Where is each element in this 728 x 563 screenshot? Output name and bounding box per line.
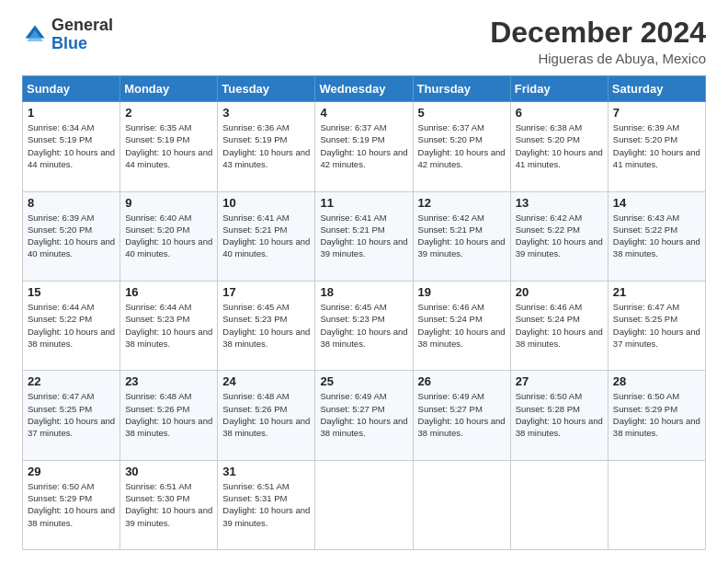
day-number: 14 <box>613 196 700 210</box>
calendar-cell <box>315 460 413 549</box>
calendar-cell: 28 Sunrise: 6:50 AMSunset: 5:29 PMDaylig… <box>608 371 705 460</box>
day-number: 15 <box>28 285 115 299</box>
calendar-cell: 7 Sunrise: 6:39 AMSunset: 5:20 PMDayligh… <box>608 102 705 191</box>
day-info: Sunrise: 6:45 AMSunset: 5:23 PMDaylight:… <box>320 301 407 350</box>
day-info: Sunrise: 6:51 AMSunset: 5:31 PMDaylight:… <box>222 480 310 529</box>
logo: General Blue <box>22 17 113 53</box>
day-number: 31 <box>222 465 310 478</box>
day-info: Sunrise: 6:38 AMSunset: 5:20 PMDaylight:… <box>516 121 603 170</box>
calendar-cell: 3 Sunrise: 6:36 AMSunset: 5:19 PMDayligh… <box>218 102 315 191</box>
day-number: 30 <box>125 465 212 478</box>
calendar-week-5: 29 Sunrise: 6:50 AMSunset: 5:29 PMDaylig… <box>23 460 706 549</box>
calendar-week-2: 8 Sunrise: 6:39 AMSunset: 5:20 PMDayligh… <box>23 191 706 281</box>
calendar-cell: 18 Sunrise: 6:45 AMSunset: 5:23 PMDaylig… <box>315 281 413 370</box>
calendar-table: SundayMondayTuesdayWednesdayThursdayFrid… <box>22 75 706 550</box>
day-number: 1 <box>28 106 115 120</box>
day-number: 9 <box>125 196 212 210</box>
calendar-dow-wednesday: Wednesday <box>315 76 413 102</box>
location-subtitle: Higueras de Abuya, Mexico <box>490 51 706 66</box>
calendar-dow-sunday: Sunday <box>23 76 120 102</box>
day-info: Sunrise: 6:42 AMSunset: 5:22 PMDaylight:… <box>516 212 603 260</box>
day-info: Sunrise: 6:44 AMSunset: 5:23 PMDaylight:… <box>125 301 212 350</box>
day-number: 17 <box>222 285 310 299</box>
day-info: Sunrise: 6:39 AMSunset: 5:20 PMDaylight:… <box>613 121 700 170</box>
calendar-cell: 12 Sunrise: 6:42 AMSunset: 5:21 PMDaylig… <box>413 191 510 281</box>
day-number: 2 <box>125 106 212 120</box>
calendar-dow-saturday: Saturday <box>608 76 705 102</box>
calendar-dow-monday: Monday <box>120 76 218 102</box>
day-info: Sunrise: 6:47 AMSunset: 5:25 PMDaylight:… <box>613 301 700 350</box>
day-info: Sunrise: 6:48 AMSunset: 5:26 PMDaylight:… <box>125 390 212 439</box>
calendar-cell: 8 Sunrise: 6:39 AMSunset: 5:20 PMDayligh… <box>23 191 120 281</box>
calendar-cell: 22 Sunrise: 6:47 AMSunset: 5:25 PMDaylig… <box>23 371 120 460</box>
day-number: 23 <box>125 374 212 388</box>
day-number: 5 <box>418 106 506 120</box>
day-info: Sunrise: 6:50 AMSunset: 5:29 PMDaylight:… <box>613 390 700 439</box>
day-number: 7 <box>613 106 700 120</box>
calendar-cell: 6 Sunrise: 6:38 AMSunset: 5:20 PMDayligh… <box>510 102 608 191</box>
logo-text: General Blue <box>51 17 113 53</box>
day-number: 22 <box>28 374 115 388</box>
day-number: 3 <box>222 106 310 120</box>
day-info: Sunrise: 6:47 AMSunset: 5:25 PMDaylight:… <box>28 390 115 439</box>
day-number: 10 <box>222 196 310 210</box>
calendar-header-row: SundayMondayTuesdayWednesdayThursdayFrid… <box>23 76 706 102</box>
day-number: 28 <box>613 374 700 388</box>
day-number: 8 <box>28 196 115 210</box>
calendar-cell <box>510 460 608 549</box>
day-number: 13 <box>516 196 603 210</box>
day-number: 25 <box>320 374 407 388</box>
title-block: December 2024 Higueras de Abuya, Mexico <box>490 17 706 66</box>
calendar-cell: 4 Sunrise: 6:37 AMSunset: 5:19 PMDayligh… <box>315 102 413 191</box>
logo-icon <box>22 22 48 48</box>
day-info: Sunrise: 6:42 AMSunset: 5:21 PMDaylight:… <box>418 212 506 260</box>
calendar-cell <box>413 460 510 549</box>
calendar-cell: 2 Sunrise: 6:35 AMSunset: 5:19 PMDayligh… <box>120 102 218 191</box>
day-info: Sunrise: 6:34 AMSunset: 5:19 PMDaylight:… <box>28 121 115 170</box>
calendar-cell: 13 Sunrise: 6:42 AMSunset: 5:22 PMDaylig… <box>510 191 608 281</box>
day-number: 19 <box>418 285 506 299</box>
calendar-week-3: 15 Sunrise: 6:44 AMSunset: 5:22 PMDaylig… <box>23 281 706 370</box>
calendar-cell: 23 Sunrise: 6:48 AMSunset: 5:26 PMDaylig… <box>120 371 218 460</box>
calendar-cell: 30 Sunrise: 6:51 AMSunset: 5:30 PMDaylig… <box>120 460 218 549</box>
calendar-cell: 17 Sunrise: 6:45 AMSunset: 5:23 PMDaylig… <box>218 281 315 370</box>
day-info: Sunrise: 6:49 AMSunset: 5:27 PMDaylight:… <box>418 390 506 439</box>
calendar-cell: 1 Sunrise: 6:34 AMSunset: 5:19 PMDayligh… <box>23 102 120 191</box>
day-number: 29 <box>28 465 115 478</box>
day-info: Sunrise: 6:48 AMSunset: 5:26 PMDaylight:… <box>222 390 310 439</box>
calendar-cell: 11 Sunrise: 6:41 AMSunset: 5:21 PMDaylig… <box>315 191 413 281</box>
calendar-dow-tuesday: Tuesday <box>218 76 315 102</box>
day-info: Sunrise: 6:37 AMSunset: 5:19 PMDaylight:… <box>320 121 407 170</box>
day-info: Sunrise: 6:35 AMSunset: 5:19 PMDaylight:… <box>125 121 212 170</box>
day-number: 24 <box>222 374 310 388</box>
calendar-cell: 9 Sunrise: 6:40 AMSunset: 5:20 PMDayligh… <box>120 191 218 281</box>
calendar-cell: 20 Sunrise: 6:46 AMSunset: 5:24 PMDaylig… <box>510 281 608 370</box>
calendar-cell: 5 Sunrise: 6:37 AMSunset: 5:20 PMDayligh… <box>413 102 510 191</box>
day-info: Sunrise: 6:46 AMSunset: 5:24 PMDaylight:… <box>418 301 506 350</box>
day-number: 26 <box>418 374 506 388</box>
calendar-cell: 15 Sunrise: 6:44 AMSunset: 5:22 PMDaylig… <box>23 281 120 370</box>
calendar-cell: 14 Sunrise: 6:43 AMSunset: 5:22 PMDaylig… <box>608 191 705 281</box>
calendar-week-4: 22 Sunrise: 6:47 AMSunset: 5:25 PMDaylig… <box>23 371 706 460</box>
month-title: December 2024 <box>490 17 706 49</box>
day-info: Sunrise: 6:51 AMSunset: 5:30 PMDaylight:… <box>125 480 212 529</box>
day-number: 27 <box>516 374 603 388</box>
day-info: Sunrise: 6:45 AMSunset: 5:23 PMDaylight:… <box>222 301 310 350</box>
header: General Blue December 2024 Higueras de A… <box>22 17 706 66</box>
day-info: Sunrise: 6:40 AMSunset: 5:20 PMDaylight:… <box>125 212 212 260</box>
calendar-cell: 10 Sunrise: 6:41 AMSunset: 5:21 PMDaylig… <box>218 191 315 281</box>
day-number: 11 <box>320 196 407 210</box>
logo-general-text: General <box>51 16 113 34</box>
logo-blue-text: Blue <box>51 34 87 52</box>
calendar-cell: 24 Sunrise: 6:48 AMSunset: 5:26 PMDaylig… <box>218 371 315 460</box>
calendar-dow-friday: Friday <box>510 76 608 102</box>
day-info: Sunrise: 6:41 AMSunset: 5:21 PMDaylight:… <box>320 212 407 260</box>
day-info: Sunrise: 6:43 AMSunset: 5:22 PMDaylight:… <box>613 212 700 260</box>
day-number: 12 <box>418 196 506 210</box>
day-info: Sunrise: 6:50 AMSunset: 5:28 PMDaylight:… <box>516 390 603 439</box>
calendar-cell: 25 Sunrise: 6:49 AMSunset: 5:27 PMDaylig… <box>315 371 413 460</box>
calendar-dow-thursday: Thursday <box>413 76 510 102</box>
calendar-cell: 26 Sunrise: 6:49 AMSunset: 5:27 PMDaylig… <box>413 371 510 460</box>
calendar-cell: 29 Sunrise: 6:50 AMSunset: 5:29 PMDaylig… <box>23 460 120 549</box>
day-info: Sunrise: 6:37 AMSunset: 5:20 PMDaylight:… <box>418 121 506 170</box>
